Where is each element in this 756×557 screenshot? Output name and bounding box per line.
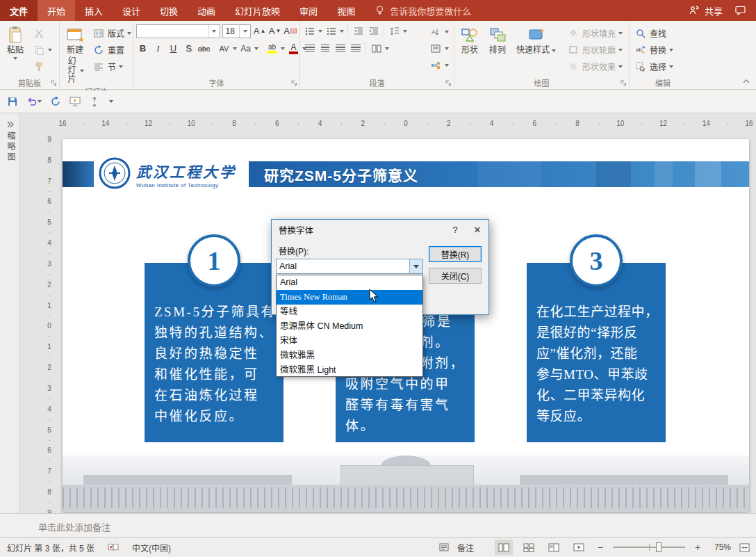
- replace-button[interactable]: ab 替换: [632, 42, 675, 57]
- slide-number-status[interactable]: 幻灯片 第 3 张，共 5 张: [7, 542, 94, 554]
- dialog-close-icon[interactable]: ✕: [466, 220, 488, 239]
- select-button[interactable]: 选择: [632, 59, 675, 74]
- shapes-button[interactable]: 形状: [457, 23, 482, 76]
- language-status[interactable]: 中文(中国): [132, 542, 171, 554]
- shape-fill-button[interactable]: 形状填充: [565, 26, 625, 40]
- paste-button[interactable]: 粘贴: [3, 23, 28, 76]
- drawing-dialog-launcher[interactable]: [620, 79, 627, 87]
- dialog-title-bar[interactable]: 替换字体 ? ✕: [272, 220, 488, 239]
- align-text-button[interactable]: [427, 41, 451, 56]
- thumbnails-pane-collapsed[interactable]: 缩略图: [0, 113, 19, 513]
- font-option-0[interactable]: Arial: [277, 275, 422, 290]
- font-option-3[interactable]: 思源黑体 CN Medium: [277, 319, 422, 334]
- zoom-out-button[interactable]: −: [595, 542, 606, 553]
- replace-font-combo[interactable]: Arial: [276, 259, 423, 274]
- replace-confirm-button[interactable]: 替换(R): [429, 246, 482, 262]
- tab-3[interactable]: 切换: [150, 0, 188, 21]
- font-option-6[interactable]: 微软雅黑 Light: [277, 363, 422, 377]
- new-slide-button[interactable]: 新建 幻灯片: [63, 23, 88, 86]
- align-left-button[interactable]: [303, 42, 316, 56]
- share-button[interactable]: 共享: [688, 4, 723, 17]
- normal-view-button[interactable]: [495, 540, 513, 555]
- change-case-button[interactable]: Aa: [239, 42, 252, 56]
- undo-button[interactable]: [24, 93, 44, 110]
- layout-button[interactable]: 版式: [90, 26, 133, 40]
- strikethrough-button[interactable]: abc: [197, 42, 211, 56]
- dialog-help-button[interactable]: ?: [444, 220, 466, 239]
- arrange-button[interactable]: 排列: [485, 23, 510, 76]
- content-box-1[interactable]: 1 ZSM-5分子筛具有 独特的孔道结构、 良好的热稳定性 和催化性能，可 在石…: [145, 263, 284, 442]
- font-option-2[interactable]: 等线: [277, 305, 422, 319]
- numbering-button[interactable]: [324, 24, 338, 38]
- shape-outline-button[interactable]: 形状轮廓: [565, 42, 625, 57]
- clipboard-dialog-launcher[interactable]: [50, 79, 58, 87]
- clear-formatting-button[interactable]: A: [284, 24, 297, 38]
- school-logo[interactable]: 武汉工程大学 Wuhan Institute of Technology: [99, 157, 236, 192]
- cut-button[interactable]: [31, 26, 54, 40]
- start-slideshow-button[interactable]: [67, 93, 83, 110]
- touch-mode-button[interactable]: [86, 93, 103, 110]
- columns-button[interactable]: [370, 42, 383, 56]
- zoom-slider[interactable]: [613, 540, 685, 555]
- redo-button[interactable]: [47, 93, 64, 110]
- slideshow-view-button[interactable]: [570, 540, 588, 555]
- tab-6[interactable]: 审阅: [290, 0, 327, 21]
- tab-0[interactable]: 开始: [38, 0, 75, 21]
- align-right-button[interactable]: [334, 42, 347, 56]
- increase-indent-button[interactable]: [367, 24, 380, 38]
- shape-effects-button[interactable]: 形状效果: [565, 59, 625, 74]
- slide-title-bar[interactable]: 研究ZSM-5分子筛意义: [249, 161, 749, 187]
- format-painter-button[interactable]: [31, 59, 54, 74]
- font-name-dropdown[interactable]: [208, 25, 220, 38]
- justify-button[interactable]: [349, 42, 362, 56]
- paragraph-dialog-launcher[interactable]: [445, 79, 452, 87]
- font-name-combo[interactable]: [136, 24, 220, 38]
- text-shadow-button[interactable]: S: [182, 42, 195, 56]
- font-color-button[interactable]: A: [287, 42, 300, 56]
- save-button[interactable]: [4, 93, 21, 110]
- grow-font-button[interactable]: A▲: [253, 24, 266, 38]
- text-direction-button[interactable]: A: [427, 24, 451, 39]
- tab-file[interactable]: 文件: [0, 0, 38, 21]
- expand-thumbnails-icon[interactable]: [6, 119, 14, 127]
- number-badge-1[interactable]: 1: [188, 234, 240, 287]
- font-dialog-launcher[interactable]: [290, 79, 298, 87]
- customize-qat-button[interactable]: [106, 93, 117, 110]
- zoom-in-button[interactable]: +: [692, 542, 703, 553]
- tab-4[interactable]: 动画: [188, 0, 225, 21]
- decrease-indent-button[interactable]: [352, 24, 365, 38]
- tab-7[interactable]: 视图: [327, 0, 365, 21]
- font-size-dropdown[interactable]: [239, 25, 250, 38]
- spell-check-icon[interactable]: [107, 541, 120, 554]
- font-option-4[interactable]: 宋体: [277, 334, 422, 348]
- convert-smartart-button[interactable]: [427, 58, 451, 72]
- zoom-level[interactable]: 75%: [710, 542, 731, 552]
- fit-to-window-button[interactable]: [738, 541, 750, 554]
- text-highlight-button[interactable]: ab: [265, 42, 279, 56]
- campus-photo[interactable]: [63, 455, 749, 512]
- tab-5[interactable]: 幻灯片放映: [225, 0, 290, 21]
- notes-pane[interactable]: 单击此处添加备注: [0, 513, 756, 537]
- dialog-close-button[interactable]: 关闭(C): [429, 268, 482, 284]
- collapse-ribbon-button[interactable]: [741, 76, 752, 86]
- find-button[interactable]: 查找: [632, 26, 675, 40]
- font-option-5[interactable]: 微软雅黑: [277, 348, 422, 363]
- replace-font-dropdown-button[interactable]: [409, 259, 422, 273]
- notes-toggle-button[interactable]: 备注: [457, 542, 474, 554]
- shrink-font-button[interactable]: A▼: [268, 24, 281, 38]
- font-option-1[interactable]: Times New Roman: [277, 290, 422, 305]
- tell-me-box[interactable]: 告诉我你想要做什么: [365, 0, 479, 21]
- line-spacing-button[interactable]: [388, 24, 401, 38]
- copy-button[interactable]: [31, 42, 54, 57]
- reading-view-button[interactable]: [545, 540, 563, 555]
- slide-sorter-view-button[interactable]: [520, 540, 538, 555]
- bullets-button[interactable]: [303, 24, 316, 38]
- tab-1[interactable]: 插入: [75, 0, 113, 21]
- italic-button[interactable]: I: [151, 42, 165, 56]
- section-button[interactable]: 节: [90, 59, 133, 74]
- content-box-3[interactable]: 3 在化工生产过程中， 是很好的“择形反 应”催化剂，还能 参与MTO、甲苯歧 …: [527, 263, 666, 442]
- character-spacing-button[interactable]: AV: [217, 42, 231, 56]
- quick-styles-button[interactable]: 快速样式: [513, 23, 559, 76]
- bold-button[interactable]: B: [136, 42, 149, 56]
- number-badge-3[interactable]: 3: [570, 234, 623, 287]
